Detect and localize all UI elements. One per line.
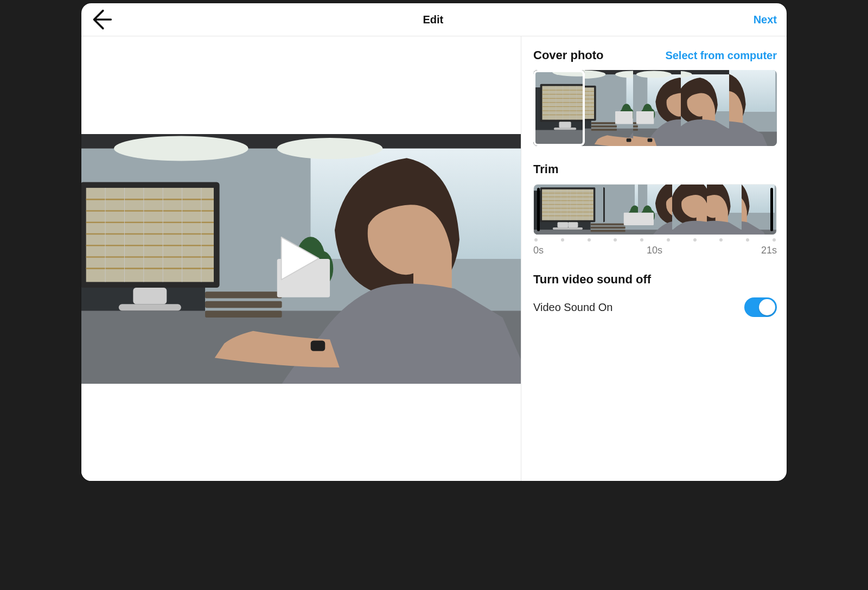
trim-handle-end[interactable] <box>770 188 773 231</box>
sound-section-title: Turn video sound off <box>533 272 651 287</box>
cover-photo-filmstrip <box>533 70 777 146</box>
modal-title: Edit <box>423 14 443 26</box>
select-from-computer-link[interactable]: Select from computer <box>665 49 777 62</box>
cover-thumb-0[interactable] <box>533 70 585 146</box>
edit-video-modal: Edit Next Cover photo Select from comput… <box>81 3 787 481</box>
back-arrow-icon[interactable] <box>91 8 113 31</box>
next-button[interactable]: Next <box>754 14 777 26</box>
trim-mid-label: 10s <box>647 245 662 256</box>
trim-time-labels: 0s 10s 21s <box>533 245 777 256</box>
cover-thumb-2[interactable] <box>633 70 681 146</box>
cover-thumb-3[interactable] <box>681 70 729 146</box>
sound-toggle-knob <box>759 299 775 315</box>
content-area: Cover photo Select from computer <box>81 36 787 481</box>
titlebar: Edit Next <box>81 3 787 36</box>
trim-end-label: 21s <box>761 245 777 256</box>
trim-handle-start[interactable] <box>537 188 540 231</box>
trim-filmstrip[interactable] <box>533 184 777 235</box>
trim-tick-row <box>533 238 777 242</box>
trim-section: Trim 0s <box>533 162 777 256</box>
trim-start-label: 0s <box>533 245 544 256</box>
cover-thumb-4[interactable] <box>729 70 777 146</box>
cover-photo-title: Cover photo <box>533 48 604 62</box>
sound-toggle[interactable] <box>744 297 777 317</box>
video-preview-pane <box>81 36 521 481</box>
sound-toggle-label: Video Sound On <box>533 301 612 314</box>
sound-section: Turn video sound off Video Sound On <box>533 272 777 317</box>
video-preview[interactable] <box>81 134 521 384</box>
trim-title: Trim <box>533 162 558 176</box>
cover-photo-section: Cover photo Select from computer <box>533 48 777 146</box>
cover-thumb-1[interactable] <box>585 70 633 146</box>
edit-sidebar: Cover photo Select from computer <box>521 36 787 481</box>
play-icon[interactable] <box>277 234 326 283</box>
